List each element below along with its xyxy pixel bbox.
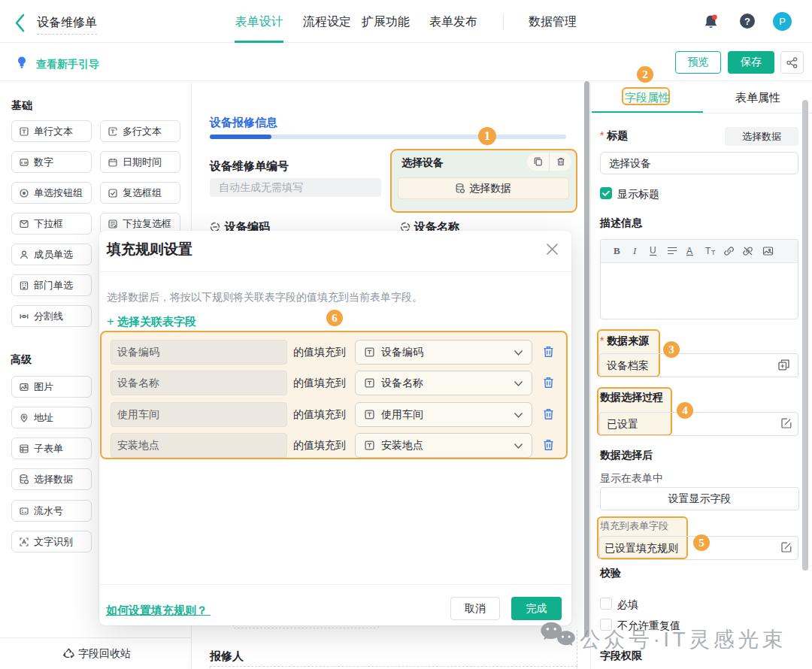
svg-text:U: U [650, 245, 656, 256]
svg-text:T: T [711, 249, 716, 256]
svg-text:A: A [686, 246, 692, 256]
svg-text:B: B [614, 245, 620, 256]
svg-text:I: I [632, 245, 637, 256]
svg-text:T: T [705, 246, 711, 256]
